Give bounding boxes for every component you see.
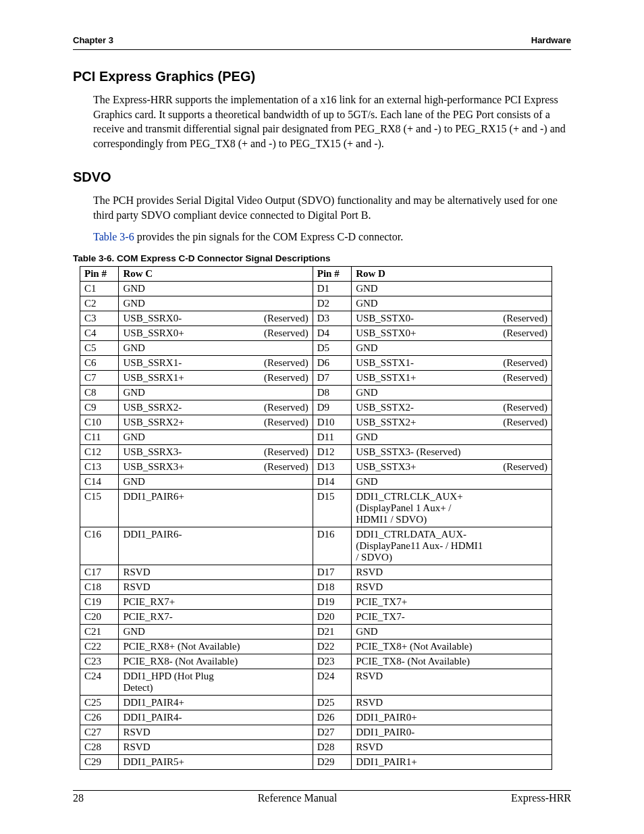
cell-reserved-d bbox=[488, 654, 552, 669]
cell-signal-d: DDI1_CTRLCLK_AUX+(DisplayPanel 1 Aux+ / … bbox=[352, 490, 489, 527]
cell-reserved-d: (Reserved) bbox=[488, 400, 552, 415]
cell-signal-d: DDI1_PAIR1+ bbox=[352, 755, 489, 770]
cell-reserved-c bbox=[249, 625, 313, 640]
cell-pin-d: D4 bbox=[313, 326, 351, 341]
cell-signal-d: USB_SSTX0- bbox=[352, 311, 489, 326]
cell-signal-d: USB_SSTX3+ bbox=[352, 460, 489, 475]
page-header: Chapter 3 Hardware bbox=[73, 35, 571, 50]
table-row: C23PCIE_RX8- (Not Available)D23PCIE_TX8-… bbox=[80, 654, 552, 669]
heading-peg: PCI Express Graphics (PEG) bbox=[73, 69, 571, 84]
cell-signal-c: RSVD bbox=[119, 740, 249, 755]
cell-pin-c: C3 bbox=[80, 311, 119, 326]
table-row: C20PCIE_RX7-D20PCIE_TX7- bbox=[80, 610, 552, 625]
cell-reserved-c bbox=[249, 475, 313, 490]
cell-reserved-d bbox=[488, 282, 552, 296]
cell-signal-c: DDI1_PAIR6+ bbox=[119, 490, 249, 527]
cell-reserved-d bbox=[488, 490, 552, 527]
cell-signal-c: GND bbox=[119, 430, 249, 445]
cell-pin-c: C15 bbox=[80, 490, 119, 527]
cell-pin-c: C24 bbox=[80, 669, 119, 696]
th-row-d: Row D bbox=[352, 267, 552, 282]
cell-pin-d: D24 bbox=[313, 669, 351, 696]
cell-reserved-c bbox=[249, 755, 313, 770]
para-peg: The Express-HRR supports the implementat… bbox=[93, 93, 571, 151]
para-sdvo-1: The PCH provides Serial Digital Video Ou… bbox=[93, 193, 571, 222]
cell-signal-c: DDI1_PAIR6- bbox=[119, 527, 249, 565]
cell-reserved-d bbox=[488, 755, 552, 770]
cell-reserved-c bbox=[249, 580, 313, 595]
cell-reserved-d bbox=[488, 625, 552, 640]
table-row: C1GNDD1GND bbox=[80, 282, 552, 296]
cell-reserved-c: (Reserved) bbox=[249, 356, 313, 371]
table-row: C24DDI1_HPD (Hot Plug Detect)D24RSVD bbox=[80, 669, 552, 696]
cell-pin-d: D18 bbox=[313, 580, 351, 595]
cell-signal-d: RSVD bbox=[352, 669, 489, 696]
cell-pin-d: D12 bbox=[313, 445, 351, 460]
cell-pin-d: D2 bbox=[313, 296, 351, 311]
cell-reserved-d bbox=[488, 710, 552, 725]
cell-signal-d: PCIE_TX8+ (Not Available) bbox=[352, 640, 489, 654]
cell-pin-d: D9 bbox=[313, 400, 351, 415]
cell-signal-d: DDI1_PAIR0- bbox=[352, 725, 489, 740]
cell-reserved-d: (Reserved) bbox=[488, 371, 552, 386]
cell-reserved-c: (Reserved) bbox=[249, 460, 313, 475]
cell-pin-d: D19 bbox=[313, 595, 351, 610]
cell-pin-d: D28 bbox=[313, 740, 351, 755]
cell-signal-d: PCIE_TX7+ bbox=[352, 595, 489, 610]
cell-reserved-c: (Reserved) bbox=[249, 400, 313, 415]
table-row: C25DDI1_PAIR4+D25RSVD bbox=[80, 696, 552, 710]
table-row: C2GNDD2GND bbox=[80, 296, 552, 311]
th-pin-c: Pin # bbox=[80, 267, 119, 282]
cell-pin-c: C25 bbox=[80, 696, 119, 710]
cell-pin-d: D20 bbox=[313, 610, 351, 625]
cell-signal-c: USB_SSRX2+ bbox=[119, 415, 249, 430]
cell-pin-d: D25 bbox=[313, 696, 351, 710]
table-row: C26DDI1_PAIR4-D26DDI1_PAIR0+ bbox=[80, 710, 552, 725]
cell-reserved-c bbox=[249, 386, 313, 400]
cell-pin-c: C16 bbox=[80, 527, 119, 565]
cell-reserved-d bbox=[488, 696, 552, 710]
cell-reserved-c bbox=[249, 696, 313, 710]
cell-reserved-d: (Reserved) bbox=[488, 356, 552, 371]
footer-doc-title: Reference Manual bbox=[258, 792, 338, 804]
cell-reserved-c: (Reserved) bbox=[249, 415, 313, 430]
cell-pin-c: C23 bbox=[80, 654, 119, 669]
cell-pin-c: C6 bbox=[80, 356, 119, 371]
cell-reserved-c bbox=[249, 296, 313, 311]
cell-signal-d: PCIE_TX7- bbox=[352, 610, 489, 625]
cell-reserved-d bbox=[488, 640, 552, 654]
header-section: Hardware bbox=[531, 35, 571, 45]
cell-pin-d: D1 bbox=[313, 282, 351, 296]
cell-signal-d: USB_SSTX3- (Reserved) bbox=[352, 445, 489, 460]
page-footer: 28 Reference Manual Express-HRR bbox=[73, 790, 571, 804]
cell-reserved-c bbox=[249, 341, 313, 356]
cell-pin-c: C28 bbox=[80, 740, 119, 755]
cell-pin-c: C8 bbox=[80, 386, 119, 400]
cell-pin-c: C29 bbox=[80, 755, 119, 770]
cell-pin-c: C22 bbox=[80, 640, 119, 654]
cell-reserved-d bbox=[488, 475, 552, 490]
cell-signal-d: PCIE_TX8- (Not Available) bbox=[352, 654, 489, 669]
cell-signal-c: DDI1_PAIR5+ bbox=[119, 755, 249, 770]
table-row: C7USB_SSRX1+(Reserved)D7USB_SSTX1+(Reser… bbox=[80, 371, 552, 386]
cell-pin-c: C4 bbox=[80, 326, 119, 341]
table-row: C28RSVDD28RSVD bbox=[80, 740, 552, 755]
th-row-c: Row C bbox=[119, 267, 313, 282]
cell-signal-d: GND bbox=[352, 430, 489, 445]
cell-reserved-c: (Reserved) bbox=[249, 326, 313, 341]
cell-signal-c: USB_SSRX3+ bbox=[119, 460, 249, 475]
cell-signal-d: USB_SSTX2- bbox=[352, 400, 489, 415]
cell-reserved-d bbox=[488, 296, 552, 311]
table-row: C9USB_SSRX2-(Reserved)D9USB_SSTX2-(Reser… bbox=[80, 400, 552, 415]
table-row: C11GNDD11GND bbox=[80, 430, 552, 445]
cell-pin-d: D14 bbox=[313, 475, 351, 490]
xref-table-3-6[interactable]: Table 3-6 bbox=[93, 231, 134, 242]
header-chapter: Chapter 3 bbox=[73, 35, 113, 45]
cell-pin-c: C18 bbox=[80, 580, 119, 595]
cell-pin-d: D5 bbox=[313, 341, 351, 356]
table-row: C18RSVDD18RSVD bbox=[80, 580, 552, 595]
cell-reserved-c bbox=[249, 527, 313, 565]
cell-reserved-d bbox=[488, 610, 552, 625]
cell-pin-c: C17 bbox=[80, 565, 119, 580]
cell-signal-c: DDI1_PAIR4+ bbox=[119, 696, 249, 710]
